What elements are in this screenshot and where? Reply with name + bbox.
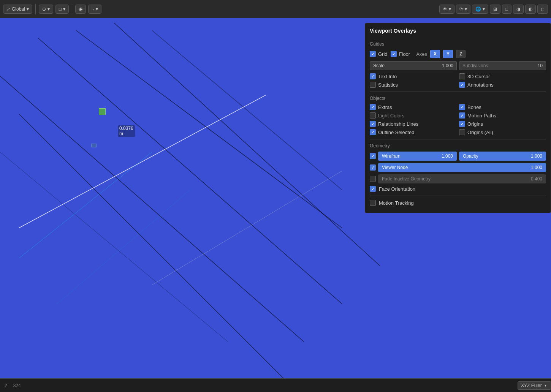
face-orientation-checkbox[interactable] (370, 186, 376, 192)
chevron-down-icon-4: ▾ (96, 6, 98, 12)
snap-button[interactable]: ◉ (75, 5, 86, 14)
opacity-label: Opacity (463, 153, 478, 159)
svg-line-2 (76, 30, 342, 228)
3d-cursor-label: 3D Cursor (467, 74, 490, 79)
axes-label: Axes (416, 51, 427, 57)
statistics-group: Statistics (370, 82, 457, 88)
extras-group: Extras (370, 104, 457, 110)
viewer-node-checkbox[interactable] (370, 164, 376, 171)
snap-icon: ◉ (79, 6, 82, 12)
bottom-number-2: 324 (13, 383, 21, 388)
subdivisions-value: 10 (538, 63, 543, 68)
view-button[interactable]: □ ▾ (55, 5, 69, 14)
3d-cursor-checkbox[interactable] (459, 73, 465, 79)
grid-label: Grid (378, 51, 388, 57)
relationship-lines-checkbox[interactable] (370, 121, 376, 127)
cursor-tool-button[interactable]: ⊙ ▾ (39, 5, 53, 14)
editor-type-button[interactable]: □ (502, 5, 511, 14)
cursor-icon: ⊙ (42, 6, 46, 12)
outline-origins-all-row: Outline Selected Origins (All) (370, 129, 546, 135)
motion-tracking-label: Motion Tracking (379, 200, 414, 206)
outline-selected-label: Outline Selected (378, 130, 414, 135)
divider-2 (370, 139, 546, 139)
origins-checkbox[interactable] (459, 121, 465, 127)
motion-paths-label: Motion Paths (467, 113, 496, 119)
fade-inactive-label: Fade Inactive Geometry (382, 176, 431, 182)
render-shading-button[interactable]: ◻ (537, 5, 548, 14)
opacity-slider[interactable]: Opacity 1.000 (459, 152, 546, 161)
toolbar-right-group: 👁 ▾ ⟳ ▾ 🌐 ▾ ⊞ □ ◑ ◐ ◻ (439, 5, 548, 14)
motion-paths-group: Motion Paths (459, 112, 546, 119)
annotations-checkbox[interactable] (459, 82, 465, 88)
outline-selected-checkbox[interactable] (370, 129, 376, 135)
render-icon: ◻ (541, 6, 545, 12)
transform-global-button[interactable]: ⤢ Global ▾ (3, 5, 32, 14)
eye-icon: 👁 (443, 6, 447, 12)
toolbar-separator-1 (35, 4, 36, 14)
guides-row: Grid Floor Axes X Y Z (370, 50, 546, 58)
axis-z-button[interactable]: Z (456, 50, 466, 58)
wireframe-checkbox[interactable] (370, 153, 376, 159)
statistics-row: Statistics Annotations (370, 82, 546, 88)
text-info-label: Text Info (378, 74, 397, 79)
floor-checkbox[interactable] (391, 51, 397, 57)
view-icon: □ (59, 6, 62, 12)
viewport-overlays-panel: Viewport Overlays Guides Grid Floor Axes… (365, 23, 551, 213)
transform-rect (91, 144, 97, 147)
gizmo-button[interactable]: ⟳ ▾ (456, 5, 470, 14)
subdivisions-field[interactable]: Subdivisions 10 (459, 61, 546, 70)
objects-section-label: Objects (370, 96, 546, 101)
viewport-overlays-toggle[interactable]: 👁 ▾ (439, 5, 454, 14)
measurement-label: 0.0376 m (118, 125, 135, 137)
divider-3 (370, 196, 546, 196)
axis-x-button[interactable]: X (430, 50, 440, 58)
chevron-down-icon-2: ▾ (48, 6, 50, 12)
fade-inactive-checkbox[interactable] (370, 176, 376, 182)
grid-checkbox-group: Grid (370, 51, 388, 57)
text-info-row: Text Info 3D Cursor (370, 73, 546, 79)
annotations-group: Annotations (459, 82, 546, 88)
text-info-checkbox[interactable] (370, 73, 376, 79)
solid-shading-button[interactable]: ◑ (513, 5, 524, 14)
motion-paths-checkbox[interactable] (459, 112, 465, 119)
light-colors-checkbox[interactable] (370, 112, 376, 119)
material-shading-button[interactable]: ◐ (525, 5, 536, 14)
chevron-down-icon-7: ▾ (483, 6, 485, 12)
motion-tracking-checkbox[interactable] (370, 200, 376, 206)
wireframe-slider[interactable]: Wirefram 1.000 (378, 152, 457, 161)
axis-y-button[interactable]: Y (443, 50, 453, 58)
origins-all-group: Origins (All) (459, 129, 546, 135)
origins-all-checkbox[interactable] (459, 129, 465, 135)
fade-inactive-slider[interactable]: Fade Inactive Geometry 0.400 (378, 174, 546, 183)
statistics-checkbox[interactable] (370, 82, 376, 88)
viewer-node-slider[interactable]: Viewer Node 1.000 (378, 163, 546, 172)
bones-checkbox[interactable] (459, 104, 465, 110)
light-colors-group: Light Colors (370, 112, 457, 119)
top-toolbar: ⤢ Global ▾ ⊙ ▾ □ ▾ ◉ ~ ▾ 👁 ▾ ⟳ ▾ 🌐 ▾ ⊞ (0, 0, 551, 18)
layout-icon: ⊞ (493, 6, 497, 12)
viewer-node-value: 1.000 (531, 165, 542, 170)
motion-tracking-row: Motion Tracking (370, 200, 546, 206)
extras-checkbox[interactable] (370, 104, 376, 110)
text-info-group: Text Info (370, 73, 457, 79)
solid-icon: ◑ (516, 6, 520, 12)
editor-icon: □ (505, 6, 508, 12)
svg-line-5 (152, 30, 342, 190)
scale-field[interactable]: Scale 1.000 (370, 61, 457, 70)
geometry-section-label: Geometry (370, 143, 546, 149)
shading-button[interactable]: 🌐 ▾ (472, 5, 488, 14)
origins-group: Origins (459, 121, 546, 127)
euler-select[interactable]: XYZ Euler (518, 381, 551, 390)
grid-checkbox[interactable] (370, 51, 376, 57)
bones-group: Bones (459, 104, 546, 110)
bottom-stats: 2 324 (5, 383, 21, 388)
subdivisions-label: Subdivisions (462, 63, 488, 68)
origins-label: Origins (467, 121, 483, 127)
gizmo-icon: ⟳ (459, 6, 463, 12)
layout-button[interactable]: ⊞ (490, 5, 500, 14)
wireframe-row: Wirefram 1.000 (370, 152, 457, 161)
proportional-button[interactable]: ~ ▾ (88, 5, 101, 14)
guides-section-label: Guides (370, 41, 546, 47)
bottom-number-1: 2 (5, 383, 7, 388)
relationship-lines-group: Relationship Lines (370, 121, 457, 127)
